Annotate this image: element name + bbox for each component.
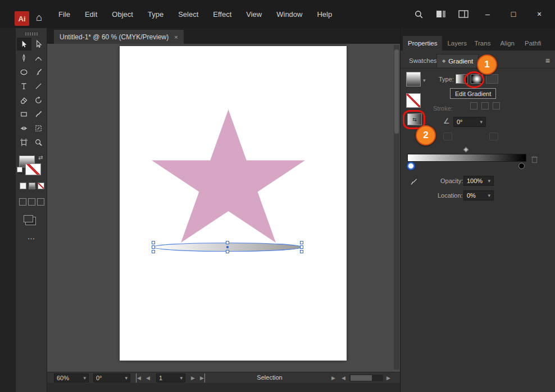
chevron-down-icon[interactable]: ▾ bbox=[423, 78, 426, 83]
gradient-button[interactable] bbox=[29, 183, 35, 189]
bottom-strip bbox=[47, 383, 400, 392]
gradient-stop-right[interactable] bbox=[518, 163, 525, 169]
gradient-midpoint-marker[interactable] bbox=[463, 147, 469, 153]
swap-fill-stroke-icon[interactable]: ⇄ bbox=[38, 154, 43, 161]
rotation-value: 0° bbox=[96, 375, 102, 381]
direct-selection-tool[interactable] bbox=[31, 38, 46, 51]
menu-object[interactable]: Object bbox=[112, 10, 133, 19]
close-button[interactable]: × bbox=[531, 7, 547, 21]
previous-artboard-icon[interactable]: ◀ bbox=[146, 373, 150, 382]
stroke-label: Stroke: bbox=[433, 105, 453, 112]
eyedropper-tool[interactable] bbox=[31, 108, 46, 121]
line-segment-tool[interactable] bbox=[31, 80, 46, 93]
gradient-stop-left[interactable] bbox=[407, 162, 415, 170]
maximize-button[interactable]: □ bbox=[506, 7, 521, 21]
document-tab[interactable]: Untitled-1* @ 60 % (CMYK/Preview) × bbox=[54, 30, 184, 44]
freeform-gradient-type-button[interactable] bbox=[486, 74, 498, 84]
menu-window[interactable]: Window bbox=[276, 10, 302, 19]
gradient-annotator-icon[interactable] bbox=[489, 133, 498, 140]
stroke-along-icon[interactable] bbox=[481, 102, 489, 110]
hscroll-left-arrow-icon[interactable]: ◀ bbox=[342, 373, 345, 382]
minimize-button[interactable]: – bbox=[480, 7, 495, 21]
document-tabstrip: Untitled-1* @ 60 % (CMYK/Preview) × bbox=[47, 28, 400, 44]
type-tool[interactable] bbox=[17, 80, 31, 93]
gradient-slider[interactable] bbox=[407, 154, 526, 162]
ellipse-tool[interactable] bbox=[17, 66, 31, 79]
menu-help[interactable]: Help bbox=[317, 10, 332, 19]
artboard-tool[interactable] bbox=[17, 136, 31, 149]
selection-tool[interactable] bbox=[17, 38, 31, 51]
subtab-gradient[interactable]: ◆ Gradient bbox=[436, 54, 479, 67]
menu-view[interactable]: View bbox=[246, 10, 262, 19]
delete-stop-icon[interactable] bbox=[531, 155, 538, 166]
rotate-tool[interactable] bbox=[31, 94, 46, 107]
draw-behind-icon[interactable] bbox=[28, 198, 35, 206]
last-artboard-icon[interactable]: ▶ bbox=[200, 373, 205, 382]
location-dropdown[interactable]: 0% ▾ bbox=[463, 190, 494, 200]
menu-select[interactable]: Select bbox=[178, 10, 198, 19]
draw-inside-icon[interactable] bbox=[37, 198, 44, 206]
scroll-right-icon[interactable]: ▶ bbox=[331, 373, 335, 382]
menu-effect[interactable]: Effect bbox=[213, 10, 231, 19]
artboard-number-dropdown[interactable]: 1 ▾ bbox=[156, 373, 185, 382]
first-artboard-icon[interactable]: ◀ bbox=[136, 373, 141, 382]
panel-menu-icon[interactable]: ≡ bbox=[545, 56, 550, 65]
type-label: Type: bbox=[439, 76, 454, 83]
stroke-across-icon[interactable] bbox=[493, 102, 500, 110]
tab-properties[interactable]: Properties bbox=[403, 36, 442, 51]
width-tool[interactable] bbox=[17, 122, 31, 135]
edit-toolbar-icon[interactable]: … bbox=[16, 232, 47, 241]
horizontal-scrollbar-thumb[interactable] bbox=[351, 375, 372, 381]
color-button[interactable] bbox=[20, 183, 26, 189]
gradient-eyedropper-icon[interactable] bbox=[410, 177, 418, 189]
gradient-fill-thumbnail[interactable] bbox=[406, 72, 421, 86]
rotation-dropdown[interactable]: 0° ▾ bbox=[93, 373, 130, 382]
angle-dropdown[interactable]: 0° ▾ bbox=[453, 117, 486, 127]
opacity-label: Opacity: bbox=[440, 177, 463, 184]
menu-edit[interactable]: Edit bbox=[85, 10, 97, 19]
stroke-color-swatch[interactable] bbox=[25, 163, 41, 175]
edit-gradient-button[interactable]: Edit Gradient bbox=[450, 88, 496, 99]
pen-tool[interactable] bbox=[17, 52, 31, 65]
menu-file[interactable]: File bbox=[58, 10, 70, 19]
tab-layers[interactable]: Layers bbox=[442, 36, 469, 51]
vertical-scrollbar-thumb[interactable] bbox=[394, 49, 399, 134]
aspect-ratio-icon[interactable] bbox=[443, 133, 452, 140]
rectangle-tool[interactable] bbox=[17, 108, 31, 121]
canvas[interactable] bbox=[47, 44, 400, 372]
tab-close-icon[interactable]: × bbox=[174, 34, 178, 40]
menu-type[interactable]: Type bbox=[148, 10, 163, 19]
zoom-tool[interactable] bbox=[31, 136, 46, 149]
gradient-stroke-thumbnail[interactable] bbox=[406, 93, 421, 108]
tab-transform[interactable]: Trans bbox=[469, 36, 495, 51]
menubar: File Edit Object Type Select Effect View… bbox=[58, 0, 332, 28]
artboard-number: 1 bbox=[159, 375, 162, 381]
default-fill-stroke-icon[interactable] bbox=[17, 167, 22, 172]
artboard[interactable] bbox=[120, 46, 347, 361]
none-button[interactable] bbox=[38, 183, 44, 189]
tab-align[interactable]: Align bbox=[495, 36, 520, 51]
zoom-dropdown[interactable]: 60% ▾ bbox=[54, 373, 89, 382]
app-icon[interactable]: Ai bbox=[15, 11, 29, 26]
tools-panel: ⇄ … bbox=[16, 28, 47, 392]
arrange-documents-icon[interactable] bbox=[435, 8, 447, 20]
hscroll-right-arrow-icon[interactable]: ▶ bbox=[386, 373, 390, 382]
panel-drag-handle[interactable] bbox=[25, 33, 38, 35]
draw-normal-icon[interactable] bbox=[19, 198, 26, 206]
opacity-dropdown[interactable]: 100% ▾ bbox=[463, 176, 494, 186]
tab-pathfinder[interactable]: Pathfi bbox=[520, 36, 546, 51]
stroke-gradient-options bbox=[470, 102, 500, 110]
horizontal-scrollbar[interactable] bbox=[349, 375, 383, 381]
free-transform-tool[interactable] bbox=[31, 122, 46, 135]
annotation-badge-step2: 2 bbox=[416, 125, 436, 145]
eraser-tool[interactable] bbox=[17, 94, 31, 107]
curvature-tool[interactable] bbox=[31, 52, 46, 65]
vertical-scrollbar[interactable] bbox=[394, 45, 399, 370]
home-icon[interactable]: ⌂ bbox=[36, 12, 42, 24]
stroke-within-icon[interactable] bbox=[470, 102, 477, 110]
search-icon[interactable] bbox=[412, 8, 425, 20]
screen-mode-icon[interactable] bbox=[24, 215, 33, 222]
workspace-switcher-icon[interactable] bbox=[457, 8, 470, 20]
next-artboard-icon[interactable]: ▶ bbox=[191, 373, 195, 382]
paintbrush-tool[interactable] bbox=[31, 66, 46, 79]
